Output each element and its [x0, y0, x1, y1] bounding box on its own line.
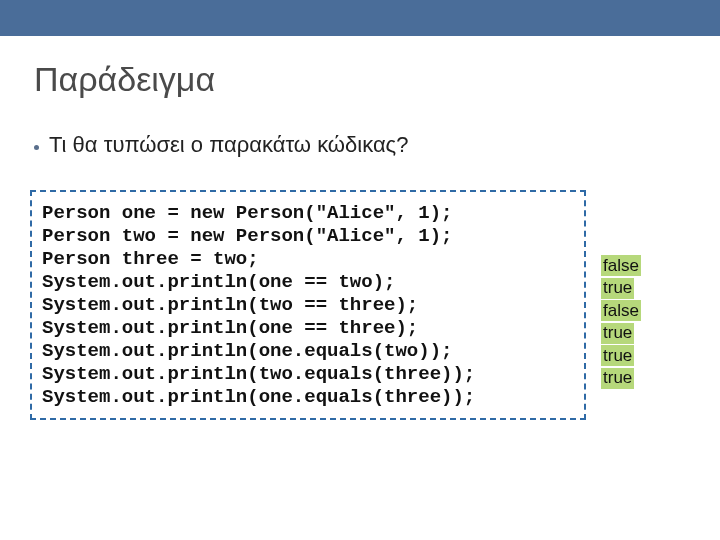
- code-line: Person three = two;: [42, 248, 578, 271]
- code-line: System.out.println(one == three);: [42, 317, 578, 340]
- code-line: Person one = new Person("Alice", 1);: [42, 202, 578, 225]
- code-line: System.out.println(one.equals(two));: [42, 340, 578, 363]
- slide-title: Παράδειγμα: [34, 60, 215, 99]
- output-label: true: [601, 368, 634, 389]
- code-block: Person one = new Person("Alice", 1); Per…: [30, 190, 586, 420]
- code-line: System.out.println(two.equals(three));: [42, 363, 578, 386]
- output-label: true: [601, 323, 634, 344]
- bullet-dot-icon: [34, 145, 39, 150]
- top-accent-bar: [0, 0, 720, 36]
- bullet-text: Τι θα τυπώσει ο παρακάτω κώδικας?: [49, 132, 408, 158]
- output-labels: false true false true true true: [601, 255, 641, 390]
- output-label: false: [601, 300, 641, 321]
- code-line: Person two = new Person("Alice", 1);: [42, 225, 578, 248]
- code-line: System.out.println(one.equals(three));: [42, 386, 578, 409]
- code-line: System.out.println(one == two);: [42, 271, 578, 294]
- code-line: System.out.println(two == three);: [42, 294, 578, 317]
- output-label: false: [601, 255, 641, 276]
- output-label: true: [601, 278, 634, 299]
- output-label: true: [601, 345, 634, 366]
- bullet-line: Τι θα τυπώσει ο παρακάτω κώδικας?: [34, 132, 408, 158]
